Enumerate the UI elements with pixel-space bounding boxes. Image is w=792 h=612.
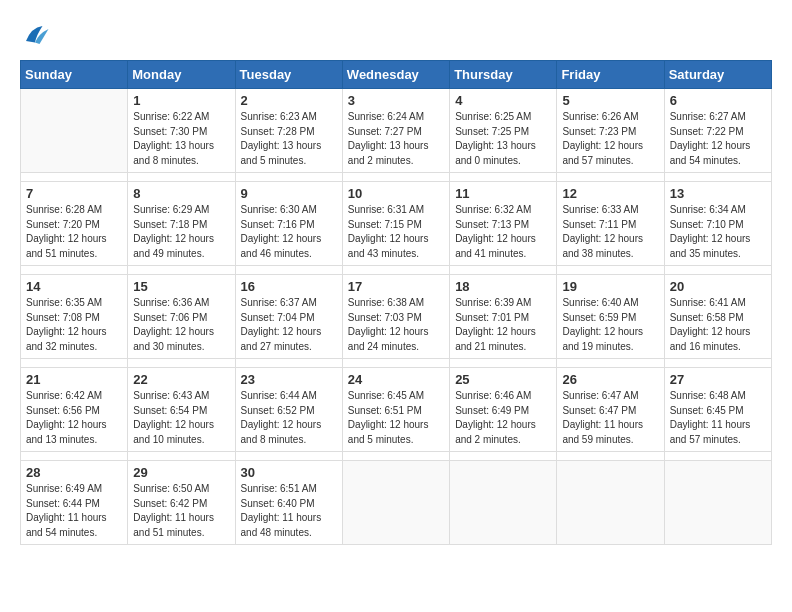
day-number: 28 (26, 465, 122, 480)
day-info: Sunrise: 6:50 AM Sunset: 6:42 PM Dayligh… (133, 482, 229, 540)
day-info: Sunrise: 6:38 AM Sunset: 7:03 PM Dayligh… (348, 296, 444, 354)
calendar-cell: 1Sunrise: 6:22 AM Sunset: 7:30 PM Daylig… (128, 89, 235, 173)
calendar-cell: 3Sunrise: 6:24 AM Sunset: 7:27 PM Daylig… (342, 89, 449, 173)
day-info: Sunrise: 6:43 AM Sunset: 6:54 PM Dayligh… (133, 389, 229, 447)
day-number: 21 (26, 372, 122, 387)
calendar-cell: 2Sunrise: 6:23 AM Sunset: 7:28 PM Daylig… (235, 89, 342, 173)
day-info: Sunrise: 6:40 AM Sunset: 6:59 PM Dayligh… (562, 296, 658, 354)
day-number: 14 (26, 279, 122, 294)
week-divider (21, 452, 772, 461)
day-info: Sunrise: 6:49 AM Sunset: 6:44 PM Dayligh… (26, 482, 122, 540)
week-divider (21, 266, 772, 275)
calendar-cell: 23Sunrise: 6:44 AM Sunset: 6:52 PM Dayli… (235, 368, 342, 452)
calendar-cell: 9Sunrise: 6:30 AM Sunset: 7:16 PM Daylig… (235, 182, 342, 266)
day-info: Sunrise: 6:39 AM Sunset: 7:01 PM Dayligh… (455, 296, 551, 354)
day-number: 24 (348, 372, 444, 387)
calendar-cell (450, 461, 557, 545)
calendar-cell (664, 461, 771, 545)
day-info: Sunrise: 6:45 AM Sunset: 6:51 PM Dayligh… (348, 389, 444, 447)
calendar-week-5: 28Sunrise: 6:49 AM Sunset: 6:44 PM Dayli… (21, 461, 772, 545)
day-number: 30 (241, 465, 337, 480)
weekday-header-sunday: Sunday (21, 61, 128, 89)
day-number: 18 (455, 279, 551, 294)
calendar-cell: 27Sunrise: 6:48 AM Sunset: 6:45 PM Dayli… (664, 368, 771, 452)
calendar-cell: 20Sunrise: 6:41 AM Sunset: 6:58 PM Dayli… (664, 275, 771, 359)
day-info: Sunrise: 6:30 AM Sunset: 7:16 PM Dayligh… (241, 203, 337, 261)
day-number: 8 (133, 186, 229, 201)
calendar-cell: 7Sunrise: 6:28 AM Sunset: 7:20 PM Daylig… (21, 182, 128, 266)
calendar-cell: 21Sunrise: 6:42 AM Sunset: 6:56 PM Dayli… (21, 368, 128, 452)
calendar-cell (342, 461, 449, 545)
calendar-week-2: 7Sunrise: 6:28 AM Sunset: 7:20 PM Daylig… (21, 182, 772, 266)
day-info: Sunrise: 6:28 AM Sunset: 7:20 PM Dayligh… (26, 203, 122, 261)
weekday-header-friday: Friday (557, 61, 664, 89)
calendar-cell: 26Sunrise: 6:47 AM Sunset: 6:47 PM Dayli… (557, 368, 664, 452)
calendar-cell: 5Sunrise: 6:26 AM Sunset: 7:23 PM Daylig… (557, 89, 664, 173)
calendar-cell (557, 461, 664, 545)
day-number: 22 (133, 372, 229, 387)
day-number: 10 (348, 186, 444, 201)
day-info: Sunrise: 6:44 AM Sunset: 6:52 PM Dayligh… (241, 389, 337, 447)
page-header (20, 20, 772, 50)
day-info: Sunrise: 6:35 AM Sunset: 7:08 PM Dayligh… (26, 296, 122, 354)
calendar-week-1: 1Sunrise: 6:22 AM Sunset: 7:30 PM Daylig… (21, 89, 772, 173)
day-info: Sunrise: 6:41 AM Sunset: 6:58 PM Dayligh… (670, 296, 766, 354)
day-info: Sunrise: 6:46 AM Sunset: 6:49 PM Dayligh… (455, 389, 551, 447)
day-info: Sunrise: 6:27 AM Sunset: 7:22 PM Dayligh… (670, 110, 766, 168)
day-info: Sunrise: 6:26 AM Sunset: 7:23 PM Dayligh… (562, 110, 658, 168)
calendar-cell: 24Sunrise: 6:45 AM Sunset: 6:51 PM Dayli… (342, 368, 449, 452)
calendar-cell: 28Sunrise: 6:49 AM Sunset: 6:44 PM Dayli… (21, 461, 128, 545)
day-number: 20 (670, 279, 766, 294)
weekday-header-thursday: Thursday (450, 61, 557, 89)
calendar-week-3: 14Sunrise: 6:35 AM Sunset: 7:08 PM Dayli… (21, 275, 772, 359)
calendar-week-4: 21Sunrise: 6:42 AM Sunset: 6:56 PM Dayli… (21, 368, 772, 452)
logo-icon (20, 20, 50, 50)
day-number: 11 (455, 186, 551, 201)
day-info: Sunrise: 6:23 AM Sunset: 7:28 PM Dayligh… (241, 110, 337, 168)
calendar-cell: 17Sunrise: 6:38 AM Sunset: 7:03 PM Dayli… (342, 275, 449, 359)
day-number: 4 (455, 93, 551, 108)
day-number: 9 (241, 186, 337, 201)
weekday-header-tuesday: Tuesday (235, 61, 342, 89)
weekday-header-row: SundayMondayTuesdayWednesdayThursdayFrid… (21, 61, 772, 89)
day-number: 1 (133, 93, 229, 108)
day-info: Sunrise: 6:33 AM Sunset: 7:11 PM Dayligh… (562, 203, 658, 261)
calendar-cell: 6Sunrise: 6:27 AM Sunset: 7:22 PM Daylig… (664, 89, 771, 173)
day-number: 17 (348, 279, 444, 294)
day-number: 27 (670, 372, 766, 387)
logo (20, 20, 54, 50)
week-divider (21, 173, 772, 182)
day-info: Sunrise: 6:34 AM Sunset: 7:10 PM Dayligh… (670, 203, 766, 261)
calendar-cell: 12Sunrise: 6:33 AM Sunset: 7:11 PM Dayli… (557, 182, 664, 266)
calendar-cell: 11Sunrise: 6:32 AM Sunset: 7:13 PM Dayli… (450, 182, 557, 266)
calendar-cell: 13Sunrise: 6:34 AM Sunset: 7:10 PM Dayli… (664, 182, 771, 266)
day-number: 6 (670, 93, 766, 108)
calendar-body: 1Sunrise: 6:22 AM Sunset: 7:30 PM Daylig… (21, 89, 772, 545)
calendar-cell: 15Sunrise: 6:36 AM Sunset: 7:06 PM Dayli… (128, 275, 235, 359)
day-number: 15 (133, 279, 229, 294)
calendar-cell: 10Sunrise: 6:31 AM Sunset: 7:15 PM Dayli… (342, 182, 449, 266)
day-info: Sunrise: 6:24 AM Sunset: 7:27 PM Dayligh… (348, 110, 444, 168)
day-number: 5 (562, 93, 658, 108)
day-number: 12 (562, 186, 658, 201)
day-number: 7 (26, 186, 122, 201)
calendar-cell: 22Sunrise: 6:43 AM Sunset: 6:54 PM Dayli… (128, 368, 235, 452)
calendar-table: SundayMondayTuesdayWednesdayThursdayFrid… (20, 60, 772, 545)
weekday-header-wednesday: Wednesday (342, 61, 449, 89)
day-number: 23 (241, 372, 337, 387)
day-info: Sunrise: 6:37 AM Sunset: 7:04 PM Dayligh… (241, 296, 337, 354)
day-info: Sunrise: 6:47 AM Sunset: 6:47 PM Dayligh… (562, 389, 658, 447)
day-number: 2 (241, 93, 337, 108)
calendar-cell: 4Sunrise: 6:25 AM Sunset: 7:25 PM Daylig… (450, 89, 557, 173)
day-info: Sunrise: 6:22 AM Sunset: 7:30 PM Dayligh… (133, 110, 229, 168)
calendar-header: SundayMondayTuesdayWednesdayThursdayFrid… (21, 61, 772, 89)
calendar-cell (21, 89, 128, 173)
calendar-cell: 16Sunrise: 6:37 AM Sunset: 7:04 PM Dayli… (235, 275, 342, 359)
calendar-cell: 19Sunrise: 6:40 AM Sunset: 6:59 PM Dayli… (557, 275, 664, 359)
calendar-cell: 8Sunrise: 6:29 AM Sunset: 7:18 PM Daylig… (128, 182, 235, 266)
day-number: 26 (562, 372, 658, 387)
weekday-header-monday: Monday (128, 61, 235, 89)
calendar-cell: 30Sunrise: 6:51 AM Sunset: 6:40 PM Dayli… (235, 461, 342, 545)
calendar-cell: 25Sunrise: 6:46 AM Sunset: 6:49 PM Dayli… (450, 368, 557, 452)
day-info: Sunrise: 6:36 AM Sunset: 7:06 PM Dayligh… (133, 296, 229, 354)
